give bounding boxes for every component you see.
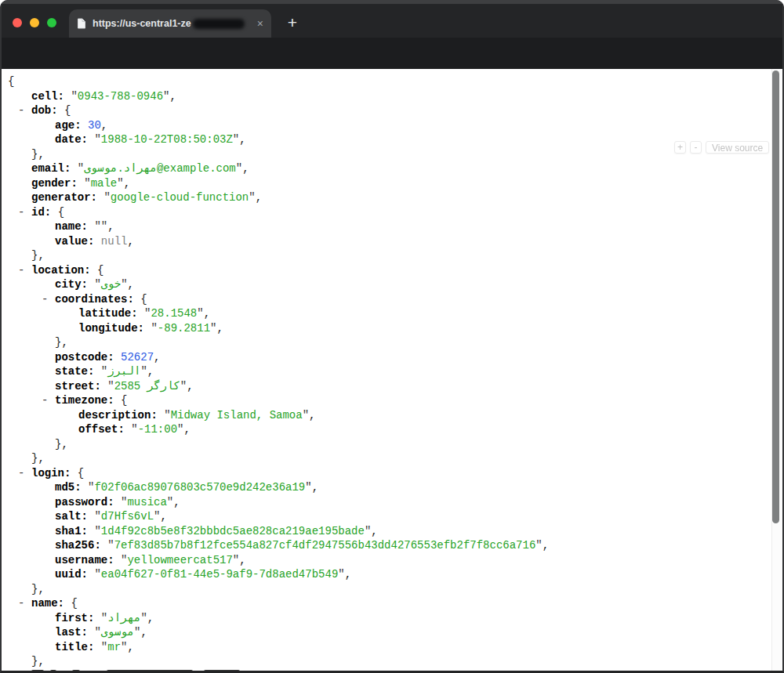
new-tab-button[interactable]: +	[281, 13, 303, 34]
close-brace: },	[31, 249, 45, 262]
json-string-value: d7Hfs6vL	[101, 510, 154, 523]
collapse-toggle[interactable]: -	[18, 263, 31, 278]
toolbar: https://us-central1-ze.cloudfunctions.ne…	[0, 38, 784, 69]
json-line: },	[0, 248, 771, 263]
json-line: - dob: {	[0, 103, 771, 118]
json-number-value: 30	[88, 119, 101, 132]
scrollbar-track[interactable]	[771, 69, 782, 673]
clipped-text-line	[0, 669, 771, 673]
json-string-value: 2585 کارگر	[114, 380, 180, 393]
json-line: },	[0, 335, 771, 350]
json-key: name:	[31, 597, 64, 610]
json-key: first:	[55, 612, 94, 624]
expand-all-button[interactable]: +	[674, 141, 686, 154]
json-key: sha1:	[55, 525, 88, 537]
json-line: cell: "0943-788-0946",	[0, 89, 771, 104]
json-string-value: male	[91, 177, 118, 190]
json-line: uuid: "ea04f627-0f81-44e5-9af9-7d8aed47b…	[0, 567, 771, 582]
close-brace: },	[31, 148, 45, 161]
json-line: - id: {	[0, 205, 771, 220]
json-key: email:	[31, 162, 71, 175]
json-key: dob:	[31, 104, 58, 117]
json-string-value: mr	[107, 641, 121, 653]
json-line: - name: {	[0, 596, 771, 611]
json-key: postcode:	[55, 351, 114, 364]
json-key: offset:	[78, 423, 125, 436]
json-line: },	[0, 147, 771, 162]
json-viewer-controls: + - View source	[674, 141, 769, 154]
json-string-value: 28.1548	[151, 307, 197, 320]
clipped-glyphs	[50, 670, 56, 673]
json-key: sha256:	[55, 539, 101, 552]
json-line: city: "خوی",	[0, 277, 771, 292]
json-line: password: "musica",	[0, 495, 771, 510]
json-line: - location: {	[0, 263, 771, 278]
view-source-button[interactable]: View source	[706, 141, 769, 154]
json-string-value: 7ef83d85b7b8f12fce554a827cf4df2947556b43…	[114, 539, 536, 552]
json-line: name: "",	[0, 219, 771, 234]
json-key: uuid:	[55, 568, 88, 581]
browser-tab[interactable]: https://us-central1-ze ×	[69, 9, 271, 38]
json-line: gender: "male",	[0, 176, 771, 191]
json-line: street: "2585 کارگر",	[0, 379, 771, 394]
json-string-value: musica	[127, 496, 166, 508]
json-number-value: 52627	[121, 351, 154, 364]
open-brace: {	[8, 75, 14, 88]
json-line: first: "مهراد",	[0, 611, 771, 626]
json-key: date:	[55, 133, 88, 146]
json-key: location:	[31, 264, 91, 277]
close-window-button[interactable]	[13, 18, 22, 27]
clipped-glyphs	[204, 670, 240, 673]
json-line: },	[0, 437, 771, 452]
json-key: value:	[55, 235, 94, 248]
json-key: description:	[78, 409, 158, 422]
json-line: postcode: 52627,	[0, 350, 771, 365]
collapse-toggle[interactable]: -	[18, 103, 31, 118]
close-tab-icon[interactable]: ×	[257, 18, 263, 29]
json-key: latitude:	[78, 307, 138, 320]
clipped-glyphs	[107, 670, 193, 673]
json-line: longitude: "-89.2811",	[0, 321, 771, 336]
open-brace: {	[97, 264, 103, 277]
json-line: md5: "f02f06ac89076803c570e9d242e36a19",	[0, 480, 771, 495]
json-key: name:	[55, 220, 88, 233]
page-favicon-icon	[77, 18, 86, 29]
json-key: state:	[55, 365, 94, 378]
open-brace: {	[140, 293, 147, 306]
json-string-value: 0943-788-0946	[78, 90, 163, 103]
clipped-glyphs	[31, 670, 44, 673]
json-line: sha1: "1d4f92c8b5e8f32bbbdc5ae828ca219ae…	[0, 524, 771, 539]
collapse-toggle[interactable]: -	[18, 596, 31, 611]
json-string-value: Midway Island, Samoa	[171, 409, 303, 422]
json-line: - timezone: {	[0, 393, 771, 408]
collapse-all-button[interactable]: -	[690, 141, 702, 154]
json-line: username: "yellowmeercat517",	[0, 553, 771, 568]
json-key: title:	[55, 641, 94, 653]
json-string-value: البرز	[107, 365, 140, 378]
json-string-value: 1988-10-22T08:50:03Z	[101, 133, 233, 146]
window-top-edge	[0, 0, 784, 4]
collapse-toggle[interactable]: -	[18, 205, 31, 220]
collapse-toggle[interactable]: -	[18, 466, 31, 481]
json-key: timezone:	[55, 394, 114, 407]
titlebar: https://us-central1-ze × +	[0, 0, 784, 38]
collapse-toggle[interactable]: -	[42, 292, 55, 307]
page-content: {cell: "0943-788-0946",- dob: {age: 30,d…	[0, 69, 784, 673]
collapse-toggle[interactable]: -	[42, 393, 55, 408]
json-view: {cell: "0943-788-0946",- dob: {age: 30,d…	[0, 69, 771, 673]
json-line: title: "mr",	[0, 640, 771, 655]
json-line: state: "البرز",	[0, 364, 771, 379]
json-string-value: -89.2811	[158, 322, 210, 335]
close-brace: },	[31, 452, 45, 465]
json-line: last: "موسوی",	[0, 625, 771, 640]
json-string-value: موسوی	[101, 626, 134, 639]
json-key: city:	[55, 278, 88, 291]
json-line: },	[0, 582, 771, 597]
zoom-window-button[interactable]	[47, 18, 56, 27]
json-line: value: null,	[0, 234, 771, 249]
scrollbar-thumb[interactable]	[772, 71, 779, 523]
json-line: offset: "-11:00",	[0, 422, 771, 437]
json-line: },	[0, 451, 771, 466]
minimize-window-button[interactable]	[30, 18, 39, 27]
open-brace: {	[121, 394, 127, 407]
